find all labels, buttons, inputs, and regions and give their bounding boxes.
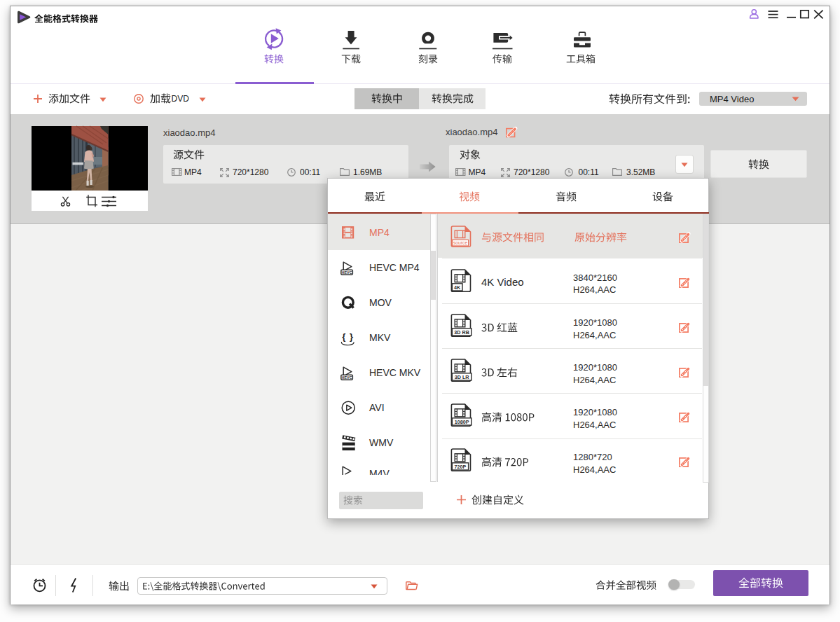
svg-text:3D RB: 3D RB [454,329,469,336]
svg-text:720P: 720P [455,464,467,470]
svg-text:HEVC: HEVC [342,270,352,275]
svg-text:source: source [453,240,468,245]
svg-text:4K: 4K [454,284,461,290]
svg-text:{: { [342,331,345,342]
svg-text:3D LR: 3D LR [455,374,470,380]
svg-text:HEVC: HEVC [342,375,352,380]
svg-text:}: } [350,331,353,342]
svg-text:1080P: 1080P [455,419,469,425]
